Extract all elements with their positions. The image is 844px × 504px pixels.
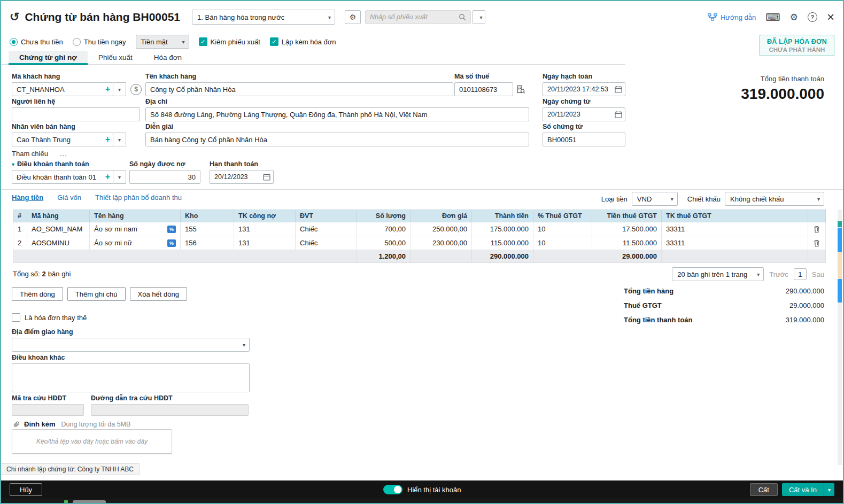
unit-conversion-icon[interactable]: % xyxy=(167,239,176,247)
show-account-toggle[interactable] xyxy=(383,485,402,494)
cancel-button[interactable]: Hủy xyxy=(10,483,42,496)
radio-not-collected[interactable]: Chưa thu tiền xyxy=(10,38,63,46)
search-input[interactable] xyxy=(370,13,459,21)
reference-more-link[interactable]: ... xyxy=(60,150,67,158)
cell-receivable-account[interactable]: 131 xyxy=(234,236,296,250)
cell-unit[interactable]: Chiếc xyxy=(296,222,357,236)
discount-select[interactable]: Không chiết khấu ▾ xyxy=(725,192,824,206)
payment-term-input[interactable] xyxy=(12,170,113,184)
table-row[interactable]: 2 AOSOMINU Áo sơ mi nữ% 156 131 Chiếc 50… xyxy=(13,236,826,250)
file-dropzone[interactable]: Kéo/thả tệp vào đây hoặc bấm vào đây xyxy=(12,429,172,454)
guide-link[interactable]: Hướng dẫn xyxy=(708,13,756,21)
tax-code-input[interactable] xyxy=(454,82,513,96)
checkbox-with-invoice[interactable]: ✓ Lập kèm hóa đơn xyxy=(270,37,336,46)
clear-rows-button[interactable]: Xóa hết dòng xyxy=(130,287,187,301)
save-and-print-button[interactable]: Cất và In ▾ xyxy=(782,483,834,496)
col-header[interactable]: ĐVT xyxy=(296,210,357,222)
calendar-icon[interactable] xyxy=(615,111,622,118)
col-header[interactable]: TK công nợ xyxy=(234,210,296,222)
close-icon[interactable]: × xyxy=(827,12,834,22)
delete-row-icon[interactable] xyxy=(814,226,820,233)
page-number-input[interactable]: 1 xyxy=(794,268,807,280)
cell-vat-rate[interactable]: 10 xyxy=(533,222,592,236)
contact-input[interactable] xyxy=(12,107,140,121)
payment-info-icon[interactable]: $ xyxy=(130,84,142,95)
doc-no-input[interactable] xyxy=(543,133,625,146)
col-header[interactable]: Đơn giá xyxy=(411,210,472,222)
cell-warehouse[interactable]: 155 xyxy=(181,222,234,236)
cell-item-name[interactable]: Áo sơ mi nữ% xyxy=(90,236,181,250)
col-header[interactable]: Mã hàng xyxy=(27,210,90,222)
tax-lookup-icon[interactable] xyxy=(516,85,525,94)
customer-code-dropdown-button[interactable]: ▾ xyxy=(113,82,126,96)
col-header[interactable]: Thành tiền xyxy=(472,210,533,222)
cell-amount[interactable]: 115.000.000 xyxy=(472,236,533,250)
next-page-button[interactable]: Sau xyxy=(812,270,824,278)
table-row[interactable]: 1 AO_SOMI_NAM Áo sơ mi nam% 155 131 Chiế… xyxy=(13,222,826,236)
credit-days-input[interactable] xyxy=(129,170,200,184)
add-note-button[interactable]: Thêm ghi chú xyxy=(67,287,126,301)
cell-vat-rate[interactable]: 10 xyxy=(533,236,592,250)
delete-row-icon[interactable] xyxy=(814,239,820,247)
collapse-icon[interactable]: ▾ xyxy=(12,161,14,167)
doc-date-input[interactable] xyxy=(543,107,625,121)
tab-cost[interactable]: Giá vốn xyxy=(57,193,81,201)
tab-amounts[interactable]: Hàng tiền xyxy=(12,193,43,201)
cell-item-code[interactable]: AOSOMINU xyxy=(27,236,90,250)
customer-name-input[interactable] xyxy=(145,82,453,96)
add-employee-icon[interactable]: + xyxy=(105,134,110,144)
address-input[interactable] xyxy=(145,107,529,121)
page-size-select[interactable]: 20 bản ghi trên 1 trang ▾ xyxy=(672,267,764,281)
calendar-icon[interactable] xyxy=(615,86,622,93)
delivery-location-select[interactable]: ▾ xyxy=(12,338,250,352)
scrollbar-thumb[interactable] xyxy=(838,221,842,227)
cell-quantity[interactable]: 700,00 xyxy=(357,222,411,236)
col-header[interactable]: Tên hàng xyxy=(90,210,181,222)
col-header[interactable]: Số lượng xyxy=(357,210,411,222)
payment-term-dropdown-button[interactable]: ▾ xyxy=(113,170,126,184)
other-terms-textarea[interactable] xyxy=(12,363,250,392)
col-header[interactable]: Kho xyxy=(181,210,234,222)
radio-collect-now[interactable]: Thu tiền ngay xyxy=(73,38,126,46)
cell-amount[interactable]: 175.000.000 xyxy=(472,222,533,236)
tab-revenue-allocation[interactable]: Thiết lập phân bổ doanh thu xyxy=(95,193,182,201)
cell-item-name[interactable]: Áo sơ mi nam% xyxy=(90,222,181,236)
salesperson-dropdown-button[interactable]: ▾ xyxy=(113,133,126,146)
doc-type-select[interactable]: 1. Bán hàng hóa trong nước ▾ xyxy=(192,10,335,25)
tab-invoice[interactable]: Hóa đơn xyxy=(143,51,192,65)
cell-unit-price[interactable]: 230.000,00 xyxy=(411,236,472,250)
add-row-button[interactable]: Thêm dòng xyxy=(12,287,63,301)
search-options-button[interactable]: ▾ xyxy=(473,10,485,24)
add-customer-icon[interactable]: + xyxy=(105,84,110,94)
cell-quantity[interactable]: 500,00 xyxy=(357,236,411,250)
cell-vat-amount[interactable]: 17.500.000 xyxy=(592,222,662,236)
checkbox-with-delivery-note[interactable]: ✓ Kiêm phiếu xuất xyxy=(199,37,260,46)
save-options-dropdown[interactable]: ▾ xyxy=(824,483,834,496)
replace-invoice-checkbox[interactable]: Là hóa đơn thay thế xyxy=(12,313,87,322)
posting-date-input[interactable] xyxy=(543,82,625,96)
scrollbar-thumb[interactable] xyxy=(838,252,842,279)
col-header[interactable]: Tiền thuế GTGT xyxy=(592,210,662,222)
customer-code-input[interactable] xyxy=(12,82,113,96)
description-input[interactable] xyxy=(145,133,529,146)
cell-vat-account[interactable]: 33311 xyxy=(662,222,808,236)
gear-icon[interactable]: ⚙ xyxy=(790,12,798,23)
salesperson-input[interactable] xyxy=(12,133,113,146)
help-icon[interactable]: ? xyxy=(808,12,817,22)
cell-receivable-account[interactable]: 131 xyxy=(234,222,296,236)
scrollbar-thumb[interactable] xyxy=(838,228,842,252)
tab-debit-document[interactable]: Chứng từ ghi nợ xyxy=(9,51,88,65)
cell-vat-account[interactable]: 33311 xyxy=(662,236,808,250)
tab-delivery-note[interactable]: Phiếu xuất xyxy=(88,51,143,65)
scrollbar-thumb[interactable] xyxy=(838,279,842,303)
prev-page-button[interactable]: Trước xyxy=(769,270,788,278)
unit-conversion-icon[interactable]: % xyxy=(167,226,176,233)
calendar-icon[interactable] xyxy=(263,173,270,181)
col-header[interactable]: TK thuế GTGT xyxy=(662,210,808,222)
col-header[interactable]: % Thuế GTGT xyxy=(533,210,592,222)
save-button[interactable]: Cất xyxy=(750,483,778,496)
cell-unit[interactable]: Chiếc xyxy=(296,236,357,250)
keyboard-icon[interactable]: ⌨ xyxy=(765,11,780,24)
quick-settings-button[interactable]: ⚙ xyxy=(345,10,361,24)
cell-warehouse[interactable]: 156 xyxy=(181,236,234,250)
